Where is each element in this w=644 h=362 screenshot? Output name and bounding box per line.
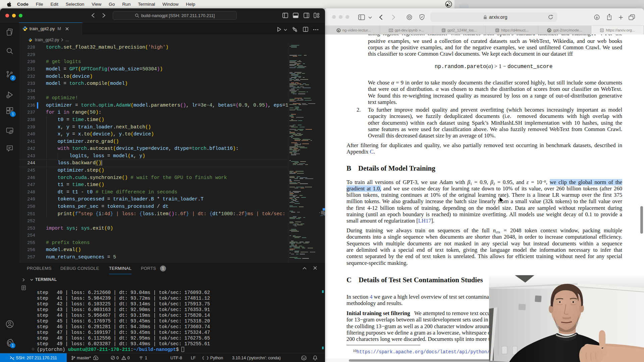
svg-text:C: C [443,29,444,32]
svg-text:C: C [496,29,498,32]
